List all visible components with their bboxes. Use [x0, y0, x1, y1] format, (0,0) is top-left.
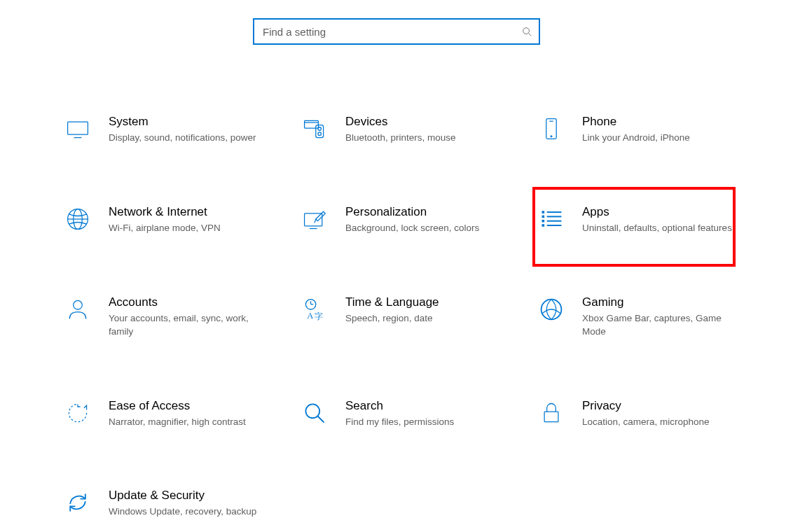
- tile-title: System: [109, 115, 263, 129]
- tile-personalization[interactable]: Personalization Background, lock screen,…: [295, 200, 505, 241]
- accounts-icon: [64, 295, 92, 323]
- tile-title: Accounts: [109, 295, 263, 309]
- ease-of-access-icon: [64, 399, 92, 427]
- tile-title: Devices: [345, 115, 499, 129]
- tile-title: Update & Security: [109, 489, 263, 503]
- tile-title: Search: [345, 399, 499, 413]
- tile-sub: Find my files, permissions: [345, 416, 499, 429]
- tile-sub: Bluetooth, printers, mouse: [345, 132, 499, 145]
- tile-accounts[interactable]: Accounts Your accounts, email, sync, wor…: [58, 290, 268, 344]
- settings-grid: System Display, sound, notifications, po…: [0, 109, 793, 524]
- svg-point-0: [523, 28, 530, 34]
- tile-privacy[interactable]: Privacy Location, camera, microphone: [532, 393, 742, 435]
- tile-sub: Location, camera, microphone: [582, 416, 736, 429]
- svg-rect-21: [542, 224, 545, 227]
- search-box[interactable]: [253, 18, 540, 45]
- network-icon: [64, 205, 92, 233]
- svg-line-17: [315, 219, 316, 223]
- tile-title: Apps: [582, 205, 736, 219]
- tile-gaming[interactable]: Gaming Xbox Game Bar, captures, Game Mod…: [532, 290, 742, 344]
- tile-sub: Windows Update, recovery, backup: [109, 505, 263, 519]
- phone-icon: [537, 115, 565, 143]
- svg-point-8: [318, 132, 322, 136]
- svg-text:字: 字: [315, 312, 323, 321]
- tile-apps[interactable]: Apps Uninstall, defaults, optional featu…: [532, 200, 742, 241]
- svg-point-26: [74, 300, 83, 309]
- gaming-icon: [537, 295, 565, 323]
- tile-title: Ease of Access: [109, 399, 263, 413]
- tile-sub: Xbox Game Bar, captures, Game Mode: [582, 312, 736, 339]
- tile-sub: Speech, region, date: [345, 312, 499, 326]
- svg-rect-35: [544, 412, 558, 421]
- svg-point-11: [551, 136, 552, 137]
- tile-title: Privacy: [582, 399, 736, 413]
- tile-devices[interactable]: Devices Bluetooth, printers, mouse: [295, 109, 505, 150]
- tile-search[interactable]: Search Find my files, permissions: [295, 393, 505, 435]
- tile-sub: Background, lock screen, colors: [345, 222, 499, 235]
- tile-sub: Narrator, magnifier, high contrast: [109, 416, 263, 429]
- svg-rect-20: [542, 220, 545, 223]
- tile-phone[interactable]: Phone Link your Android, iPhone: [532, 109, 742, 150]
- tile-title: Phone: [582, 115, 736, 129]
- tile-sub: Wi-Fi, airplane mode, VPN: [109, 222, 263, 235]
- svg-rect-19: [542, 215, 545, 218]
- search-icon: [522, 27, 532, 36]
- tile-sub: Link your Android, iPhone: [582, 132, 736, 145]
- time-language-icon: A 字: [301, 295, 329, 323]
- tile-title: Network & Internet: [109, 205, 263, 219]
- svg-point-7: [318, 127, 322, 131]
- update-security-icon: [64, 489, 92, 517]
- tile-title: Time & Language: [345, 295, 499, 309]
- tile-title: Personalization: [345, 205, 499, 219]
- apps-icon: [537, 205, 565, 233]
- system-icon: [64, 115, 92, 143]
- tile-time-language[interactable]: A 字 Time & Language Speech, region, date: [295, 290, 505, 344]
- search-input[interactable]: [261, 25, 522, 38]
- tile-sub: Display, sound, notifications, power: [109, 132, 263, 145]
- tile-sub: Your accounts, email, sync, work, family: [109, 312, 263, 339]
- devices-icon: [301, 115, 329, 143]
- tile-network[interactable]: Network & Internet Wi-Fi, airplane mode,…: [58, 200, 268, 241]
- svg-text:A: A: [307, 310, 313, 320]
- tile-system[interactable]: System Display, sound, notifications, po…: [58, 109, 268, 150]
- tile-title: Gaming: [582, 295, 736, 309]
- tile-sub: Uninstall, defaults, optional features: [582, 222, 736, 235]
- privacy-icon: [537, 399, 565, 427]
- tile-update-security[interactable]: Update & Security Windows Update, recove…: [58, 483, 268, 524]
- personalization-icon: [301, 205, 329, 233]
- tile-ease-of-access[interactable]: Ease of Access Narrator, magnifier, high…: [58, 393, 268, 435]
- svg-line-34: [318, 416, 324, 422]
- svg-line-1: [529, 34, 532, 36]
- svg-rect-18: [542, 211, 545, 214]
- search-tile-icon: [301, 399, 329, 427]
- svg-point-33: [305, 404, 319, 418]
- svg-rect-2: [68, 122, 88, 134]
